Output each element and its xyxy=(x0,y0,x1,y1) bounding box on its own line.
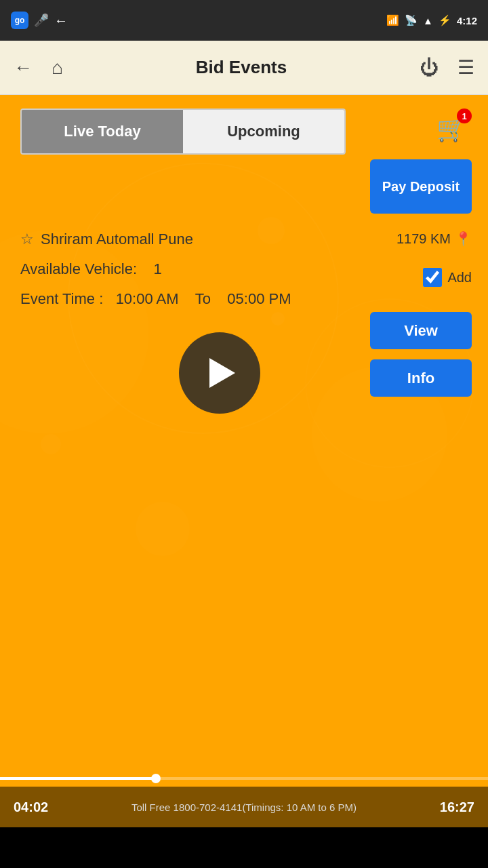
end-time: 16:27 xyxy=(440,800,474,815)
play-button[interactable] xyxy=(179,332,260,414)
view-button[interactable]: View xyxy=(370,312,472,349)
event-name-text: Shriram Automall Pune xyxy=(41,231,193,248)
event-time-label: Event Time : xyxy=(20,290,103,307)
scrubber-dot[interactable] xyxy=(151,774,161,783)
go-badge: go xyxy=(11,12,28,29)
add-label: Add xyxy=(447,270,472,285)
add-wrap[interactable]: Add xyxy=(423,268,472,287)
star-icon[interactable]: ☆ xyxy=(20,231,34,248)
cart-badge: 1 xyxy=(457,108,472,123)
cart-icon-wrap[interactable]: 🛒 1 xyxy=(431,108,472,149)
mic-off-icon: 🎤 xyxy=(34,13,49,28)
header: ← ⌂ Bid Events ⏻ ☰ xyxy=(0,41,488,95)
back-arrow-status[interactable]: ← xyxy=(54,13,68,28)
available-vehicle: Available Vehicle: 1 xyxy=(20,260,291,278)
play-button-wrap[interactable] xyxy=(179,332,260,414)
tabs-container: Live Today Upcoming xyxy=(20,108,346,155)
battery-icon: ⚡ xyxy=(439,14,451,26)
status-left: go 🎤 ← xyxy=(11,12,68,29)
scrubber-fill xyxy=(0,777,156,780)
play-icon xyxy=(209,358,235,388)
info-button[interactable]: Info xyxy=(370,359,472,397)
cart-area[interactable]: 🛒 1 xyxy=(431,108,472,149)
signal-icon: 📶 xyxy=(386,14,399,26)
pay-deposit-button[interactable]: Pay Deposit xyxy=(370,159,472,214)
event-time-to: To xyxy=(195,290,211,307)
tab-live-today[interactable]: Live Today xyxy=(22,110,183,153)
event-time: Event Time : 10:00 AM To 05:00 PM xyxy=(20,290,291,308)
available-count: 1 xyxy=(154,260,162,277)
toll-free-text: Toll Free 1800-702-4141(Timings: 10 AM t… xyxy=(131,802,357,813)
status-right: 📶 📡 ▲ ⚡ 4:12 xyxy=(386,14,477,26)
available-label: Available Vehicle: xyxy=(20,260,137,277)
tab-upcoming[interactable]: Upcoming xyxy=(183,110,344,153)
distance-value: 1179 KM xyxy=(396,231,451,247)
wifi-icon: 📡 xyxy=(405,14,418,26)
event-info: ☆ Shriram Automall Pune Available Vehicl… xyxy=(20,231,291,308)
page-title: Bid Events xyxy=(63,57,420,78)
back-button[interactable]: ← xyxy=(14,57,33,79)
current-time: 04:02 xyxy=(14,800,48,815)
main-content: Live Today Upcoming 🛒 1 Pay Deposit ☆ Sh… xyxy=(0,95,488,827)
add-checkbox[interactable] xyxy=(423,268,442,287)
event-name: ☆ Shriram Automall Pune xyxy=(20,231,291,248)
bottom-bar: 04:02 Toll Free 1800-702-4141(Timings: 1… xyxy=(0,787,488,827)
signal-bar-icon: ▲ xyxy=(423,15,433,26)
status-bar: go 🎤 ← 📶 📡 ▲ ⚡ 4:12 xyxy=(0,0,488,41)
home-button[interactable]: ⌂ xyxy=(52,57,63,79)
location-pin-icon: 📍 xyxy=(455,231,472,247)
event-start-time: 10:00 AM xyxy=(116,290,179,307)
video-scrubber[interactable] xyxy=(0,777,488,780)
power-button[interactable]: ⏻ xyxy=(420,56,439,79)
event-end-time: 05:00 PM xyxy=(227,290,291,307)
menu-button[interactable]: ☰ xyxy=(458,56,474,79)
header-right: ⏻ ☰ xyxy=(420,56,474,79)
clock: 4:12 xyxy=(457,15,477,26)
header-left: ← ⌂ xyxy=(14,57,63,79)
distance-label: 1179 KM 📍 xyxy=(396,231,472,247)
